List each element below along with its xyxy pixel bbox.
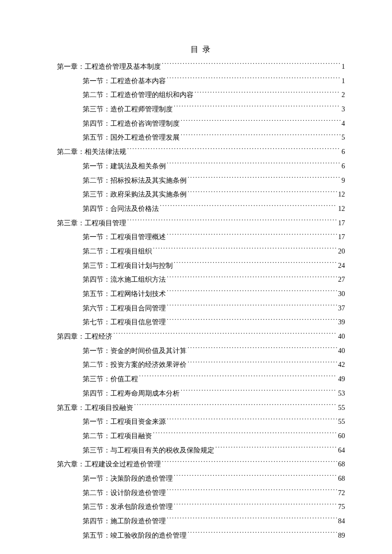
toc-leader (188, 360, 337, 367)
toc-entry: 第一节：工程项目管理概述17 (57, 230, 345, 245)
toc-entry-text: 第三节：政府采购法及其实施条例 (83, 188, 187, 202)
toc-page-number: 64 (338, 444, 345, 458)
toc-page-number: 30 (338, 287, 345, 302)
toc-leader (181, 119, 341, 126)
toc-entry: 第六节：工程项目合同管理37 (57, 302, 345, 316)
toc-leader (174, 261, 337, 268)
toc-entry: 第三节：政府采购法及其实施条例12 (57, 188, 345, 202)
toc-leader (167, 317, 337, 324)
toc-entry-text: 第二章：相关法律法规 (57, 145, 126, 159)
toc-leader (215, 446, 337, 453)
toc-leader (174, 104, 341, 111)
toc-entry-text: 第二节：招标投标法及其实施条例 (83, 174, 187, 188)
toc-entry: 第三节：与工程项目有关的税收及保险规定64 (57, 444, 345, 458)
toc-entry-text: 第一节：资金的时间价值及其计算 (83, 344, 187, 358)
toc-page-number: 27 (338, 273, 345, 287)
toc-page-number: 60 (338, 429, 345, 444)
toc-leader (188, 531, 337, 538)
toc-entry-text: 第一章：工程造价管理及基本制度 (57, 60, 161, 74)
toc-entry: 第四节：施工阶段造价管理84 (57, 514, 345, 529)
toc-page-number: 1 (342, 60, 345, 74)
toc-leader (134, 403, 337, 410)
toc-page-number: 6 (342, 145, 345, 159)
toc-entry-text: 第一节：决策阶段的造价管理 (83, 472, 173, 486)
toc-entry-text: 第四章：工程经济 (57, 330, 112, 344)
toc-entry-text: 第二节：工程项目融资 (83, 429, 152, 444)
toc-page-number: 20 (338, 245, 345, 259)
toc-entry: 第二节：工程造价管理的组织和内容2 (57, 88, 345, 102)
toc-entry-text: 第五章：工程项目投融资 (57, 401, 133, 415)
toc-page-number: 72 (338, 486, 345, 501)
toc-leader (167, 488, 337, 495)
toc-leader (181, 133, 341, 140)
toc-entry-text: 第四节：施工阶段造价管理 (83, 514, 166, 529)
toc-entry-text: 第二节：工程造价管理的组织和内容 (83, 88, 194, 102)
toc-entry: 第一节：资金的时间价值及其计算40 (57, 344, 345, 358)
toc-leader (153, 431, 337, 438)
toc-entry-text: 第四节：工程造价咨询管理制度 (83, 117, 180, 131)
toc-leader (174, 502, 337, 509)
toc-entry: 第四节：工程寿命周期成本分析53 (57, 387, 345, 401)
toc-entry: 第一章：工程造价管理及基本制度1 (57, 60, 345, 74)
toc-entry: 第二节：工程项目组织20 (57, 245, 345, 259)
toc-leader (113, 332, 337, 339)
toc-entry-text: 第一节：工程项目资金来源 (83, 415, 166, 429)
toc-page-number: 39 (338, 315, 345, 330)
toc-page-number: 89 (338, 529, 345, 543)
toc-entry: 第三节：发承包阶段造价管理75 (57, 500, 345, 514)
toc-page-number: 2 (342, 88, 345, 102)
toc-entry: 第一节：工程造价基本内容1 (57, 74, 345, 89)
toc-leader (153, 247, 337, 253)
toc-page-number: 40 (338, 330, 345, 344)
toc-entry: 第四节：流水施工组织方法27 (57, 273, 345, 287)
toc-page-number: 6 (342, 159, 345, 174)
toc-page-number: 37 (338, 302, 345, 316)
toc-page-number: 75 (338, 500, 345, 514)
toc-leader (127, 147, 341, 154)
toc-entry: 第二节：设计阶段造价管理72 (57, 486, 345, 501)
toc-page-number: 12 (338, 202, 345, 216)
toc-leader (167, 516, 337, 523)
toc-page-number: 3 (342, 102, 345, 117)
toc-entry-text: 第六章：工程建设全过程造价管理 (57, 457, 161, 472)
toc-page-number: 49 (338, 372, 345, 387)
toc-entry-text: 第一节：工程项目管理概述 (83, 230, 166, 245)
toc-leader (188, 190, 337, 197)
toc-leader (188, 346, 337, 353)
toc-entry-text: 第一节：工程造价基本内容 (83, 74, 166, 89)
toc-entry: 第三节：价值工程49 (57, 372, 345, 387)
toc-page-number: 68 (338, 472, 345, 486)
toc-entry-text: 第四节：流水施工组织方法 (83, 273, 166, 287)
toc-entry: 第三章：工程项目管理17 (57, 216, 345, 231)
toc-leader (167, 275, 337, 282)
toc-title: 目 录 (57, 45, 345, 55)
toc-entry-text: 第三节：工程项目计划与控制 (83, 259, 173, 273)
toc-entry-text: 第三节：造价工程师管理制度 (83, 102, 173, 117)
toc-leader (195, 90, 341, 97)
toc-page-number: 40 (338, 344, 345, 358)
toc-entry: 第二节：投资方案的经济效果评价42 (57, 358, 345, 372)
toc-leader (167, 417, 337, 424)
toc-page-number: 24 (338, 259, 345, 273)
toc-entry-text: 第三节：发承包阶段造价管理 (83, 500, 173, 514)
toc-entry: 第六章：工程建设全过程造价管理68 (57, 457, 345, 472)
toc-leader (174, 474, 337, 481)
toc-leader (167, 289, 337, 296)
toc-entry: 第一节：决策阶段的造价管理68 (57, 472, 345, 486)
toc-leader (167, 161, 341, 168)
toc-entry: 第五节：工程网络计划技术30 (57, 287, 345, 302)
toc-entry-text: 第一节：建筑法及相关条例 (83, 159, 166, 174)
toc-leader (139, 374, 337, 381)
toc-list: 第一章：工程造价管理及基本制度1第一节：工程造价基本内容1第二节：工程造价管理的… (57, 60, 345, 543)
toc-entry: 第二节：工程项目融资60 (57, 429, 345, 444)
toc-entry-text: 第六节：工程项目合同管理 (83, 302, 166, 316)
toc-page-number: 5 (342, 131, 345, 145)
toc-page-number: 9 (342, 174, 345, 188)
toc-entry-text: 第三章：工程项目管理 (57, 216, 126, 231)
toc-leader (162, 459, 337, 466)
toc-entry: 第一节：工程项目资金来源55 (57, 415, 345, 429)
toc-entry-text: 第五节：竣工验收阶段的造价管理 (83, 529, 187, 543)
toc-entry: 第四章：工程经济40 (57, 330, 345, 344)
toc-entry: 第一节：建筑法及相关条例6 (57, 159, 345, 174)
toc-entry-text: 第四节：合同法及价格法 (83, 202, 159, 216)
